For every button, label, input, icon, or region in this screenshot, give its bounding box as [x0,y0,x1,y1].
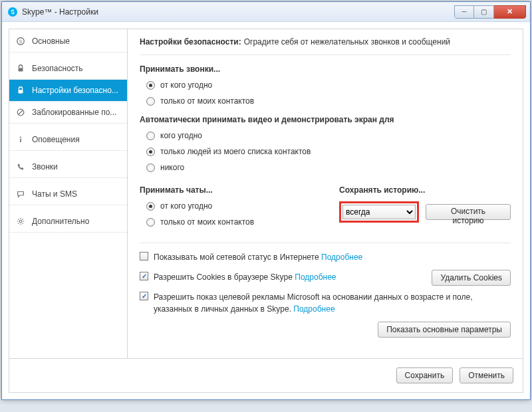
heading-bold: Настройки безопасности: [140,37,241,47]
skype-icon: S [16,37,25,46]
radio-label: от кого угодно [160,201,212,211]
clear-history-button[interactable]: Очистить историю [426,204,511,220]
section-video-title: Автоматически принимать видео и демонстр… [140,115,511,124]
titlebar[interactable]: Skype™ - Настройки ─ ▢ ✕ [2,2,530,22]
settings-window: Skype™ - Настройки ─ ▢ ✕ S Основные Безо… [1,1,531,400]
sidebar-item-calls[interactable]: Звонки [9,156,127,178]
svg-text:S: S [19,39,23,44]
sidebar-item-label: Безопасность [32,64,83,73]
check-label: Разрешить Cookies в браузере Skype [154,272,293,282]
section-calls-title: Принимать звонки... [140,64,511,74]
sidebar-item-label: Заблокированные по... [32,108,116,117]
lock-icon [16,86,25,95]
learn-more-link[interactable]: Подробнее [321,253,362,262]
svg-rect-8 [20,139,21,142]
svg-rect-4 [19,90,23,93]
sidebar-item-blocked[interactable]: Заблокированные по... [9,102,127,124]
radio-label: только людей из моего списка контактов [160,147,311,156]
radio-icon [146,132,155,140]
cancel-button[interactable]: Отменить [460,367,513,383]
main-panel: Настройки безопасности: Оградите себя от… [128,29,523,358]
check-show-status[interactable]: Показывать мой сетевой статус в Интернет… [140,251,511,263]
radio-video-contacts[interactable]: только людей из моего списка контактов [146,147,511,156]
radio-icon [146,97,155,106]
radio-video-nobody[interactable]: никого [146,163,511,172]
skype-icon [7,7,18,17]
radio-label: только от моих контактов [160,217,254,227]
chat-icon [16,189,25,199]
sidebar-item-label: Чаты и SMS [32,189,77,199]
toggle-basic-button[interactable]: Показать основные параметры [378,322,511,338]
radio-calls-anyone[interactable]: от кого угодно [146,80,511,90]
svg-rect-3 [19,68,23,71]
blocked-icon [16,108,25,117]
check-allow-cookies[interactable]: Разрешить Cookies в браузере Skype Подро… [140,271,425,283]
checkbox-icon [140,252,148,260]
svg-point-7 [20,136,21,138]
radio-icon [146,148,155,156]
window-title: Skype™ - Настройки [22,7,454,17]
radio-video-anyone[interactable]: кого угодно [146,131,511,140]
phone-icon [16,162,25,171]
sidebar-item-chats[interactable]: Чаты и SMS [9,183,127,205]
save-button[interactable]: Сохранить [396,367,454,383]
minimize-button[interactable]: ─ [454,5,474,19]
heading-desc: Оградите себя от нежелательных звонков и… [244,37,450,47]
checkbox-icon [140,292,148,300]
footer: Сохранить Отменить [9,359,523,392]
radio-icon [146,218,155,227]
radio-label: только от моих контактов [160,96,254,106]
gear-icon [16,217,25,226]
sidebar-item-security[interactable]: Безопасность [9,58,127,80]
sidebar-item-label: Дополнительно [32,217,89,226]
learn-more-link[interactable]: Подробнее [293,304,334,314]
radio-icon [146,81,155,90]
sidebar: S Основные Безопасность Настройки безопа… [9,29,128,358]
sidebar-item-label: Звонки [32,162,58,171]
check-label: Показывать мой сетевой статус в Интернет… [154,253,319,262]
sidebar-item-notifications[interactable]: Оповещения [9,129,127,151]
window-controls: ─ ▢ ✕ [454,5,526,19]
delete-cookies-button[interactable]: Удалить Cookies [432,270,511,286]
radio-chats-contacts[interactable]: только от моих контактов [146,217,319,227]
checkbox-icon [140,272,148,280]
content: S Основные Безопасность Настройки безопа… [9,29,523,393]
sidebar-item-general[interactable]: S Основные [9,31,127,52]
close-button[interactable]: ✕ [494,5,526,19]
page-heading: Настройки безопасности: Оградите себя от… [140,37,511,55]
info-icon [16,135,25,144]
radio-label: кого угодно [160,131,202,140]
section-chats-title: Принимать чаты... [140,185,319,195]
radio-label: от кого угодно [160,80,212,90]
lock-icon [16,64,25,73]
sidebar-item-security-settings[interactable]: Настройки безопасно... [9,80,127,102]
learn-more-link[interactable]: Подробнее [295,272,336,282]
maximize-button[interactable]: ▢ [474,5,494,19]
check-allow-ads[interactable]: Разрешить показ целевой рекламы Microsof… [140,291,511,315]
sidebar-item-label: Настройки безопасно... [32,86,118,95]
radio-icon [146,202,155,211]
sidebar-item-label: Основные [32,37,70,46]
history-select[interactable]: всегда [342,205,416,219]
radio-label: никого [160,163,184,172]
history-select-highlight: всегда [339,201,419,223]
radio-calls-contacts[interactable]: только от моих контактов [146,96,511,106]
section-history-title: Сохранять историю... [339,185,511,195]
svg-line-6 [19,110,23,114]
radio-icon [146,163,155,172]
radio-chats-anyone[interactable]: от кого угодно [146,201,319,211]
sidebar-item-advanced[interactable]: Дополнительно [9,211,127,233]
sidebar-item-label: Оповещения [32,135,80,144]
svg-point-9 [19,220,22,223]
